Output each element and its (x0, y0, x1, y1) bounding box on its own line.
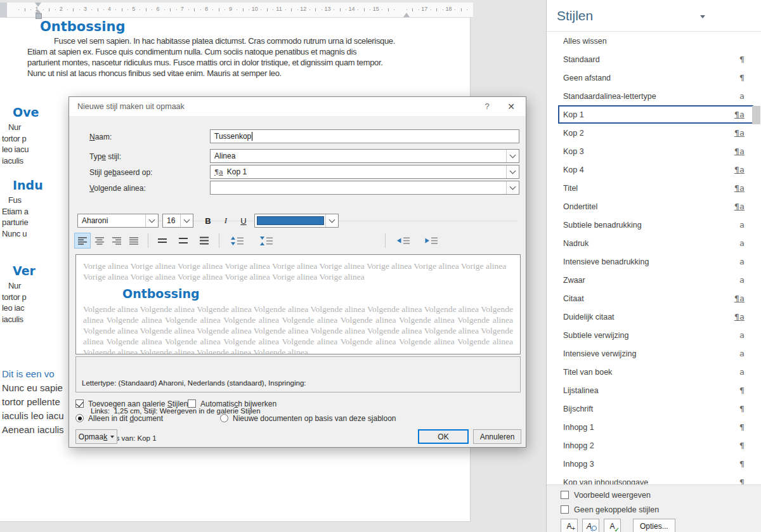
description-line: Lettertype: (Standaard) Aharoni, Nederla… (82, 379, 514, 388)
ruler-tick (79, 10, 80, 10)
style-item-bijschrift[interactable]: Bijschrift¶ (558, 399, 753, 418)
ruler-number: 10 (252, 6, 258, 12)
style-item-inhopg-1[interactable]: Inhopg 1¶ (558, 418, 753, 436)
add-to-gallery-checkbox[interactable] (75, 399, 84, 408)
line-spacing-single-button[interactable] (154, 233, 171, 249)
chevron-down-icon[interactable] (180, 214, 193, 227)
style-item-label: Ondertitel (563, 202, 734, 211)
italic-button[interactable]: I (218, 214, 233, 228)
line-spacing-double-button[interactable] (196, 233, 212, 249)
style-item-subtiele-benadrukking[interactable]: Subtiele benadrukkinga (558, 216, 753, 234)
style-item-citaat[interactable]: Citaat¶a (558, 289, 753, 308)
style-item-lijstalinea[interactable]: Lijstalinea¶ (558, 381, 753, 399)
ruler-tick (412, 8, 413, 11)
close-icon[interactable]: ✕ (503, 100, 519, 114)
line-spacing-15-button[interactable] (175, 233, 192, 249)
style-item-inhopg-3[interactable]: Inhopg 3¶ (558, 455, 753, 473)
only-this-document-radio[interactable] (75, 414, 84, 422)
style-type-icon: ¶ (739, 422, 745, 432)
style-item-label: Nadruk (563, 239, 739, 248)
font-color-select[interactable] (254, 214, 339, 228)
increase-paragraph-spacing-button[interactable] (225, 233, 249, 249)
style-type-icon: ¶a (734, 202, 745, 211)
styles-pane-menu-icon[interactable] (700, 15, 705, 18)
chevron-down-icon[interactable] (506, 165, 519, 178)
ruler-tick (212, 10, 213, 10)
chevron-down-icon[interactable] (145, 214, 158, 227)
style-inspector-button[interactable]: A (582, 519, 599, 532)
ruler-tick (340, 8, 341, 11)
align-justify-button[interactable] (126, 233, 142, 249)
style-item-kop-3[interactable]: Kop 3¶a (558, 142, 753, 160)
horizontal-ruler[interactable]: 1234567891011121314151718 (0, 3, 473, 18)
ruler-tick (219, 8, 219, 11)
chevron-down-icon[interactable] (506, 150, 519, 162)
style-item-titel-van-boek[interactable]: Titel van boeka (558, 363, 753, 381)
style-item-intensieve-verwijzing[interactable]: Intensieve verwijzinga (558, 344, 753, 363)
style-item-geen-afstand[interactable]: Geen afstand¶ (558, 68, 753, 87)
align-left-button[interactable] (74, 233, 91, 249)
manage-styles-button[interactable]: A✓ (604, 519, 621, 532)
style-item-intensieve-benadrukking[interactable]: Intensieve benadrukkinga (558, 252, 753, 271)
dialog-titlebar[interactable]: Nieuwe stijl maken uit opmaak ? ✕ (69, 97, 526, 116)
style-item-zwaar[interactable]: Zwaara (558, 271, 753, 289)
ruler-tick (237, 10, 237, 10)
style-type-icon: ¶a (734, 128, 745, 138)
style-item-ondertitel[interactable]: Ondertitel¶a (558, 197, 753, 216)
format-menu-button[interactable]: Opmaak (75, 429, 117, 444)
style-item-alles-wissen[interactable]: Alles wissen (558, 32, 753, 50)
style-item-kop-1[interactable]: Kop 1¶a (558, 105, 753, 124)
next-paragraph-select[interactable] (210, 181, 519, 195)
name-input[interactable]: Tussenkop (210, 129, 519, 143)
ok-button[interactable]: OK (418, 429, 469, 444)
font-select[interactable]: Aharoni (77, 214, 159, 228)
style-type-icon: ¶a (734, 165, 745, 174)
right-indent-marker[interactable] (403, 13, 410, 17)
bold-button[interactable]: B (200, 214, 216, 228)
ruler-tick (467, 10, 467, 10)
align-right-button[interactable] (108, 233, 125, 249)
style-type-select[interactable]: Alinea (210, 149, 519, 163)
auto-update-checkbox[interactable] (188, 399, 196, 408)
style-item-kop-4[interactable]: Kop 4¶a (558, 160, 753, 179)
align-center-button[interactable] (91, 233, 108, 249)
text-cursor (252, 132, 252, 141)
increase-indent-button[interactable] (419, 233, 443, 249)
underline-button[interactable]: U (236, 214, 251, 228)
style-item-inhopg-2[interactable]: Inhopg 2¶ (558, 436, 753, 455)
show-preview-checkbox[interactable] (561, 491, 569, 499)
based-on-select[interactable]: ¶a Kop 1 (210, 165, 519, 179)
ruler-tick (30, 10, 31, 10)
style-item-standaard[interactable]: Standaard¶ (558, 50, 753, 68)
new-style-button[interactable]: A+ (561, 519, 578, 532)
decrease-paragraph-spacing-button[interactable] (254, 233, 278, 249)
style-item-label: Standaard (563, 55, 739, 64)
new-documents-radio[interactable] (220, 414, 228, 422)
styles-list-scrollbar[interactable] (752, 106, 760, 124)
cancel-button[interactable]: Annuleren (473, 429, 521, 444)
style-item-duidelijk-citaat[interactable]: Duidelijk citaat¶a (558, 308, 753, 326)
decrease-indent-button[interactable] (391, 233, 415, 249)
disable-linked-styles-checkbox[interactable] (561, 505, 569, 514)
ruler-number: 15 (373, 6, 379, 12)
chevron-down-icon[interactable] (506, 181, 519, 194)
help-icon[interactable]: ? (479, 100, 495, 114)
ruler-tick (364, 8, 365, 11)
style-type-icon: a (739, 275, 745, 285)
style-item-nadruk[interactable]: Nadruka (558, 234, 753, 252)
new-documents-row: Nieuwe documenten op basis van deze sjab… (220, 413, 396, 423)
plus-icon: + (571, 525, 575, 532)
style-item-subtiele-verwijzing[interactable]: Subtiele verwijzinga (558, 326, 753, 344)
chevron-down-icon[interactable] (325, 214, 338, 227)
style-item-titel[interactable]: Titel¶a (558, 179, 753, 197)
doc-hidden-line: tortor p (2, 134, 26, 143)
preview-previous-text: Vorige alinea Vorige alinea Vorige aline… (83, 261, 513, 282)
style-item-standaardalinea-lettertype[interactable]: Standaardalinea-lettertypea (558, 87, 753, 105)
style-item-kop-van-inhoudsopgave[interactable]: Kop van inhoudsopgave¶ (558, 473, 753, 484)
first-line-indent-marker[interactable] (35, 3, 41, 7)
style-type-icon: ¶a (734, 294, 745, 303)
style-item-kop-2[interactable]: Kop 2¶a (558, 124, 753, 142)
options-button[interactable]: Opties... (633, 519, 675, 532)
font-size-select[interactable]: 16 (162, 214, 193, 228)
left-indent-marker[interactable] (36, 13, 42, 19)
